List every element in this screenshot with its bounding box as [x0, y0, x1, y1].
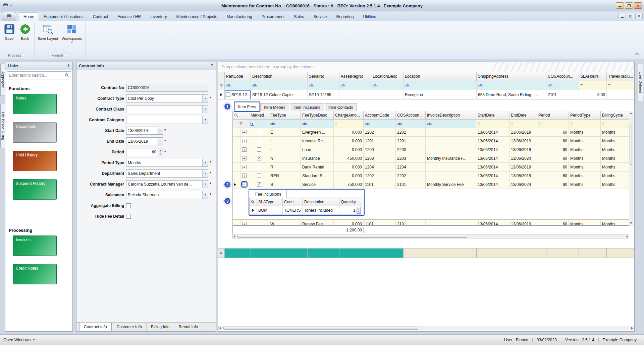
mdi-close-button[interactable]: ×: [635, 13, 643, 19]
filter-cell[interactable]: aBc: [426, 120, 476, 128]
account-code-cell[interactable]: 1203: [364, 154, 396, 163]
link-button[interactable]: Credit Notes: [13, 264, 57, 284]
cos-account-cell[interactable]: 2201: [396, 137, 426, 145]
column-header[interactable]: Location: [404, 72, 477, 81]
equipment-row[interactable]: SP19-12... SP19-12 Colour Copier SP19-12…: [218, 90, 634, 99]
account-code-cell[interactable]: 1200: [364, 145, 396, 154]
checkbox[interactable]: [257, 174, 261, 178]
filter-cell[interactable]: aBc: [371, 81, 404, 90]
filter-cell[interactable]: =: [334, 120, 364, 128]
end-date-cell[interactable]: 13/06/2019: [509, 137, 537, 145]
column-header[interactable]: StartDate: [476, 111, 509, 120]
bottom-tab[interactable]: Billing Info: [147, 323, 174, 331]
account-code-cell[interactable]: 1101: [364, 180, 396, 189]
asset-reg-no-cell[interactable]: [339, 90, 371, 99]
expand-row-icon[interactable]: [242, 156, 247, 160]
scroll-down-icon[interactable]: [629, 221, 633, 225]
period-type-cell[interactable]: Months: [569, 145, 601, 154]
inclusion-row[interactable]: BOM TONERS Toners Included 1 ▲▼: [250, 206, 364, 215]
column-header[interactable]: Period: [537, 111, 569, 120]
ribbon-tab[interactable]: Procurement: [257, 12, 289, 21]
description-cell[interactable]: SP19-12 Colour Copier: [251, 90, 308, 99]
end-date-cell[interactable]: 13/06/2019: [509, 145, 537, 154]
filter-cell[interactable]: aBc: [339, 81, 371, 90]
expand-cell[interactable]: [241, 145, 249, 154]
dock-tab-user-defined[interactable]: User Defined: [638, 64, 643, 101]
checkbox[interactable]: [257, 182, 261, 187]
start-date-cell[interactable]: 13/06/2014: [476, 220, 509, 225]
ribbon-tab[interactable]: Equipment / Locations: [39, 12, 88, 21]
billing-cycle-cell[interactable]: Months: [601, 154, 630, 163]
scrollbar-thumb[interactable]: [223, 327, 418, 330]
checkbox[interactable]: [126, 203, 131, 208]
serial-no-cell[interactable]: SP19-12185...: [308, 90, 339, 99]
filter-cell[interactable]: =: [607, 81, 634, 90]
scroll-up-icon[interactable]: [629, 111, 633, 115]
fee-row[interactable]: R Bank Rental 0.000 1204 2204 13/06/2014…: [233, 163, 629, 171]
ribbon-tab[interactable]: Inventory: [146, 12, 171, 21]
filter-cell[interactable]: =: [537, 120, 569, 128]
fee-type-cell[interactable]: S: [269, 180, 301, 189]
invoice-description-cell[interactable]: Monthly Insurance F...: [426, 154, 476, 163]
end-date-cell[interactable]: 13/06/2024: [509, 180, 537, 189]
period-cell[interactable]: 60: [537, 145, 569, 154]
column-header[interactable]: AssetRegNo: [339, 72, 371, 81]
location-cell[interactable]: Reception: [404, 90, 477, 99]
dock-tab-aggregate[interactable]: Aggregate: [0, 64, 5, 96]
chevron-down-icon[interactable]: ▼: [202, 159, 208, 166]
cos-account-cell[interactable]: 2202: [396, 128, 426, 137]
start-date-cell[interactable]: 13/06/2014: [476, 180, 509, 189]
detail-tab[interactable]: Item Contacts: [325, 103, 357, 111]
column-header[interactable]: Marked: [249, 111, 269, 120]
cos-account-cell[interactable]: 2202: [396, 171, 426, 180]
application-menu-button[interactable]: [2, 12, 16, 20]
end-date-cell[interactable]: 13/06/2019: [509, 220, 537, 225]
period-type-cell[interactable]: Months: [569, 128, 601, 137]
filter-cell[interactable]: =: [601, 120, 630, 128]
expand-cell[interactable]: [241, 137, 249, 145]
field-control[interactable]: Cost Per Copy ▼: [126, 94, 208, 102]
link-button[interactable]: Notes: [13, 94, 57, 114]
chevron-down-icon[interactable]: ▼: [157, 138, 163, 145]
fee-row[interactable]: I Inhouse Re... 0.000 1201 2201 13/06/20…: [233, 137, 629, 145]
sla-hours-cell[interactable]: 8.00: [579, 90, 607, 99]
fee-type-cell[interactable]: N: [269, 154, 301, 163]
link-button[interactable]: Hold History: [13, 151, 57, 171]
account-code-cell[interactable]: 1201: [364, 137, 396, 145]
chevron-down-icon[interactable]: ▼: [202, 116, 208, 124]
expand-cell[interactable]: [241, 171, 249, 180]
mdi-maximize-button[interactable]: [627, 13, 634, 19]
account-code-cell[interactable]: 1202: [364, 171, 396, 180]
ribbon-tab[interactable]: Service: [309, 12, 331, 21]
billing-cycle-cell[interactable]: Months: [601, 137, 630, 145]
pin-icon[interactable]: [210, 63, 214, 69]
filter-cell[interactable]: [249, 120, 269, 128]
field-control[interactable]: Months ▼: [126, 159, 208, 167]
period-type-cell[interactable]: Months: [569, 220, 601, 225]
link-button[interactable]: Documents: [13, 122, 57, 143]
expand-row-icon[interactable]: [242, 222, 247, 225]
period-cell[interactable]: 60: [537, 180, 569, 189]
spinner-buttons[interactable]: ▲▼: [158, 148, 163, 156]
cos-account-cell[interactable]: 2203: [396, 154, 426, 163]
period-type-cell[interactable]: Months: [569, 171, 601, 180]
shipping-address-cell[interactable]: 658 Dime Road, South Riding, ,...: [477, 90, 546, 99]
end-date-cell[interactable]: 13/06/2024: [509, 154, 537, 163]
filter-cell[interactable]: aBc: [308, 81, 339, 90]
quick-access-dropdown-icon[interactable]: ▾: [10, 4, 12, 7]
bottom-tab[interactable]: Rental Info: [174, 323, 203, 331]
cos-account-cell[interactable]: 2101: [396, 220, 426, 225]
minimize-button[interactable]: [616, 2, 624, 9]
spin-up-icon[interactable]: ▲: [158, 148, 163, 152]
column-header[interactable]: COSAccoun...: [396, 111, 426, 120]
column-header[interactable]: EndDate: [509, 111, 537, 120]
scroll-left-icon[interactable]: [233, 235, 235, 238]
account-code-cell[interactable]: 1202: [364, 128, 396, 137]
period-cell[interactable]: 60: [537, 154, 569, 163]
invoice-description-cell[interactable]: Monthly Service Fee: [426, 180, 476, 189]
field-control[interactable]: CO0000016: [126, 84, 208, 92]
start-date-cell[interactable]: 13/06/2014: [476, 145, 509, 154]
column-header[interactable]: SLAHours: [579, 72, 607, 81]
fee-row[interactable]: N Insurance 450.000 1203 2203 Monthly In…: [233, 154, 629, 163]
field-control[interactable]: ▼: [126, 116, 208, 124]
